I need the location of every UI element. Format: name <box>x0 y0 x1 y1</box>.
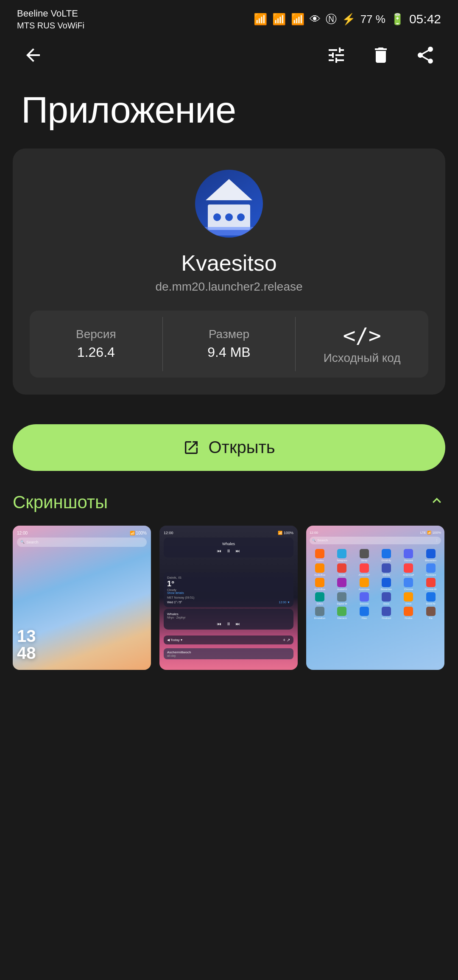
ss2-weather-widget: Dalvik, IS 1° Cloudy Show details MET No… <box>164 572 293 607</box>
ss3-app-icon <box>426 592 436 602</box>
ss3-app-label: AntennaP <box>354 574 374 576</box>
screenshots-toggle-button[interactable] <box>428 492 445 513</box>
ss3-app-icon <box>337 578 346 587</box>
ss3-app-icon <box>315 549 324 558</box>
ss3-app-label: Automate <box>354 588 374 591</box>
ss3-app-label: AudioBoo <box>310 574 330 576</box>
ss3-app-item: Docs <box>376 592 397 605</box>
screenshot-item[interactable]: 12:00 📶 100% Whales ⏮ ⏸ ⏭ Dalvik, IS 1° <box>159 526 298 670</box>
carrier1-label: Beeline VoLTE <box>17 8 84 20</box>
ss2-music-widget: Whales ⏮ ⏸ ⏭ <box>164 538 293 557</box>
status-time: 05:42 <box>409 12 441 26</box>
ss3-app-label: Element <box>332 617 352 619</box>
ss3-app-icon <box>337 563 346 573</box>
nav-right <box>324 44 437 67</box>
ss3-app-item: Fie <box>421 607 441 619</box>
source-code-icon: </> <box>343 323 381 348</box>
navigation-bar <box>0 35 458 76</box>
ss3-app-icon <box>404 549 413 558</box>
ss3-search-bar: 🔍 Search ⋮ <box>310 537 441 544</box>
ss3-app-item: Firefox <box>398 607 419 619</box>
ss3-app-icon <box>337 549 346 558</box>
ss3-app-grid: FirefoxTelegramSleepDroid-ifyDiscordBitw… <box>310 549 441 619</box>
ss3-app-label: Einstellun <box>310 617 330 619</box>
ss3-app-label: Chrome <box>398 588 419 591</box>
ss3-app-item: Discord <box>354 592 374 605</box>
app-info-card: Kvaesitso de.mm20.launcher2.release Верс… <box>13 148 445 395</box>
app-icon-container <box>30 170 428 238</box>
ss2-status-bar: 12:00 📶 100% <box>159 529 298 537</box>
ss3-app-item: AudioBoo <box>310 578 330 591</box>
ss3-app-item: DAVx <box>310 592 330 605</box>
open-button-container: Открыть <box>0 412 458 492</box>
filter-button[interactable] <box>324 44 348 67</box>
ss3-app-icon <box>382 592 391 602</box>
version-label: Версия <box>76 328 116 341</box>
screenshot-item[interactable]: 12:00 LTE 📶 100% 🔍 Search ⋮ FirefoxTeleg… <box>306 526 444 670</box>
ss3-app-label: Digital W <box>332 602 352 605</box>
back-button[interactable] <box>21 44 45 67</box>
ss3-app-icon <box>382 563 391 573</box>
battery-icon: 🔋 <box>391 13 404 26</box>
delete-button[interactable] <box>369 44 392 67</box>
ss3-app-icon <box>382 578 391 587</box>
source-code-info[interactable]: </> Исходный код <box>296 311 428 378</box>
status-bar: Beeline VoLTE MTS RUS VoWiFi 📶 📶 📶 👁 Ⓝ ⚡… <box>0 0 458 35</box>
open-button-label: Открыть <box>208 438 275 457</box>
ss3-app-item: Element <box>332 607 352 619</box>
ss3-app-item: Assistant <box>421 563 441 576</box>
ss3-app-icon <box>360 549 369 558</box>
ss3-app-label: AudioBoo <box>310 588 330 591</box>
battery-text: 77 % <box>360 13 385 26</box>
ss3-app-label: Gmail <box>332 574 352 576</box>
share-button[interactable] <box>413 44 437 67</box>
ss3-app-icon <box>426 578 436 587</box>
ss3-app-item: Sleep <box>354 549 374 562</box>
screenshot-2-bg: 12:00 📶 100% Whales ⏮ ⏸ ⏭ Dalvik, IS 1° <box>159 526 298 670</box>
ss3-app-icon <box>360 563 369 573</box>
ss3-app-label: Telegram <box>332 559 352 562</box>
ss3-app-item: Bitwarden <box>376 578 397 591</box>
ss3-app-label: AntennaP <box>398 574 419 576</box>
screenshot-item[interactable]: 12:00 📶 100% 🔍 Search 13 48 <box>13 526 151 670</box>
ss2-music-widget-2: Whales Nhyx · Zephyr ⏮ ⏸ ⏭ <box>164 609 293 630</box>
ss3-app-item: AntennaP <box>354 563 374 576</box>
ss3-app-item: Gmail <box>332 563 352 576</box>
page-title: Приложение <box>0 76 458 148</box>
ss3-app-label: Drive <box>398 602 419 605</box>
bluetooth-icon: ⚡ <box>342 13 355 26</box>
ss3-app-item: AudioBoo <box>310 563 330 576</box>
ss3-app-item: Droid-ify <box>376 549 397 562</box>
ss3-app-label: Corona-W <box>421 588 441 591</box>
ss3-app-icon <box>315 563 324 573</box>
app-meta-bar: Версия 1.26.4 Размер 9.4 MB </> Исходный… <box>30 311 428 378</box>
open-button[interactable]: Открыть <box>13 424 445 471</box>
ss3-app-icon <box>360 607 369 616</box>
ss3-app-label: Firefox <box>310 559 330 562</box>
ss3-app-icon <box>404 592 413 602</box>
ss2-today-bar: ◀ Today ▾ + ↗ <box>164 636 293 644</box>
source-code-label: Исходный код <box>324 351 401 365</box>
ss3-app-icon <box>426 607 436 616</box>
ss3-app-label: Files <box>354 617 374 619</box>
ss3-status-bar: 12:00 LTE 📶 100% <box>306 529 444 536</box>
size-value: 9.4 MB <box>207 344 250 360</box>
ss3-app-item: Bitwarden <box>421 549 441 562</box>
ss3-app-item: Automate <box>354 578 374 591</box>
ss1-search-bar: 🔍 Search <box>17 538 147 547</box>
ss3-app-label: Firefox <box>398 617 419 619</box>
ss3-app-icon <box>337 592 346 602</box>
ss3-app-label: Infinity <box>376 574 397 576</box>
ss3-app-label: Findroid <box>376 617 397 619</box>
eye-icon: 👁 <box>310 13 321 26</box>
screenshots-header: Скриншоты <box>13 492 445 513</box>
status-icons: 📶 📶 📶 👁 Ⓝ ⚡ 77 % 🔋 05:42 <box>254 12 441 27</box>
ss3-app-label: Assistant <box>421 574 441 576</box>
ss3-app-icon <box>382 549 391 558</box>
ss3-app-label: Droid-ify <box>421 602 441 605</box>
ss3-app-item: Chrome <box>398 578 419 591</box>
ss3-app-icon <box>404 578 413 587</box>
ss3-app-label: DAVx <box>310 602 330 605</box>
ss3-app-label: Bitwarden <box>421 559 441 562</box>
ss3-app-item: Corona-W <box>421 578 441 591</box>
